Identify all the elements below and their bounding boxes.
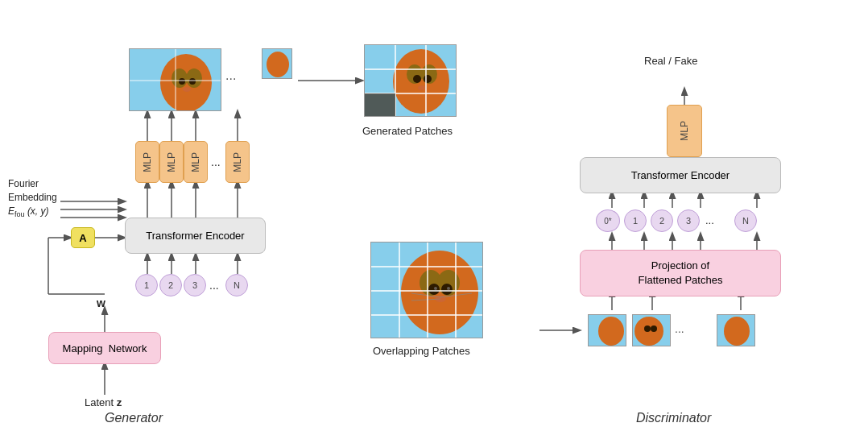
disc-patch-3 <box>717 314 755 346</box>
a-box: A <box>71 227 95 248</box>
z-bold: z <box>117 396 122 408</box>
generator-transformer-label: Transformer Encoder <box>146 230 244 242</box>
disc-token-0star: 0* <box>596 209 620 232</box>
generator-transformer-box: Transformer Encoder <box>125 218 266 254</box>
svg-point-48 <box>267 52 289 77</box>
svg-point-55 <box>418 85 426 90</box>
a-label: A <box>79 232 86 244</box>
disc-transformer-label: Transformer Encoder <box>631 169 730 181</box>
disc-token-2: 2 <box>651 209 673 232</box>
mlp-4-label: MLP <box>232 152 243 172</box>
gen-cat-patch-large <box>129 48 221 111</box>
svg-point-53 <box>413 75 421 83</box>
disc-token-1: 1 <box>624 209 647 232</box>
fourier-label: FourierEmbedding Efou (x, y) <box>8 177 57 220</box>
latent-z-label: Latent z <box>85 396 122 408</box>
token-2: 2 <box>159 274 182 296</box>
gen-cat-svg <box>130 49 221 111</box>
svg-point-67 <box>434 287 437 290</box>
disc-token-3: 3 <box>677 209 700 232</box>
disc-token-2-label: 2 <box>659 216 664 226</box>
mlp-box-4: MLP <box>225 141 250 183</box>
disc-token-0-label: 0* <box>604 217 611 226</box>
token-3: 3 <box>184 274 206 296</box>
svg-point-54 <box>424 75 432 83</box>
disc-mlp-box: MLP <box>667 105 702 157</box>
disc-token-1-label: 1 <box>633 216 638 226</box>
generator-section-label: Generator <box>105 411 163 425</box>
disc-token-3-label: 3 <box>686 216 691 226</box>
overlap-cat-svg <box>371 243 483 338</box>
generated-patches-grid <box>364 44 457 117</box>
discriminator-section-label: Discriminator <box>636 411 711 425</box>
token-n: N <box>225 274 248 296</box>
gen-mlp-dots: ... <box>211 155 221 168</box>
disc-transformer-box: Transformer Encoder <box>580 157 781 193</box>
mlp-box-1: MLP <box>135 141 159 183</box>
svg-point-42 <box>179 78 185 85</box>
svg-point-43 <box>189 78 196 85</box>
svg-rect-60 <box>365 93 395 117</box>
token-3-label: 3 <box>192 280 197 290</box>
mlp-2-label: MLP <box>166 152 177 172</box>
mlp-box-3: MLP <box>184 141 208 183</box>
mlp-1-label: MLP <box>142 152 153 172</box>
svg-point-41 <box>186 68 202 88</box>
gen-patches-grid-svg <box>365 45 457 117</box>
mlp-box-2: MLP <box>159 141 184 183</box>
svg-point-50 <box>393 49 449 114</box>
gen-cat-patch-small <box>262 48 292 79</box>
token-2-label: 2 <box>168 280 173 290</box>
gen-tokens-dots: ... <box>209 279 219 292</box>
mlp-3-label: MLP <box>190 152 201 172</box>
disc-token-n: N <box>734 209 757 232</box>
svg-point-62 <box>401 251 478 334</box>
svg-point-83 <box>644 325 651 332</box>
svg-point-44 <box>183 87 191 92</box>
mapping-network-box: Mapping Network <box>48 332 161 364</box>
disc-token-dots: ... <box>705 214 714 226</box>
w-label: w <box>97 296 105 309</box>
mapping-network-label: Mapping Network <box>63 342 147 354</box>
svg-point-86 <box>724 317 750 346</box>
svg-point-65 <box>428 284 440 295</box>
token-1: 1 <box>135 274 158 296</box>
overlapping-patches-label: Overlapping Patches <box>373 345 470 357</box>
svg-point-80 <box>598 317 624 346</box>
gen-patch-dots: ... <box>225 68 236 83</box>
generated-patches-label: Generated Patches <box>362 125 453 137</box>
svg-point-84 <box>651 325 657 332</box>
real-fake-label: Real / Fake <box>644 55 697 67</box>
svg-point-66 <box>441 284 453 295</box>
projection-label: Projection ofFlattened Patches <box>639 259 723 288</box>
token-1-label: 1 <box>144 280 149 290</box>
projection-box: Projection ofFlattened Patches <box>580 250 781 296</box>
disc-patch-1 <box>588 314 626 346</box>
overlapping-patches-image <box>370 242 483 338</box>
diagram-container: Mapping Network Latent z w A FourierEmbe… <box>0 0 868 427</box>
svg-point-40 <box>172 68 188 88</box>
token-n-label: N <box>234 280 240 290</box>
disc-mlp-label: MLP <box>679 121 690 141</box>
disc-patch-dots: ... <box>675 322 684 335</box>
svg-point-68 <box>447 287 450 290</box>
gen-small-patch-svg <box>262 49 292 79</box>
disc-patch-2 <box>632 314 671 346</box>
disc-token-n-label: N <box>742 216 749 226</box>
